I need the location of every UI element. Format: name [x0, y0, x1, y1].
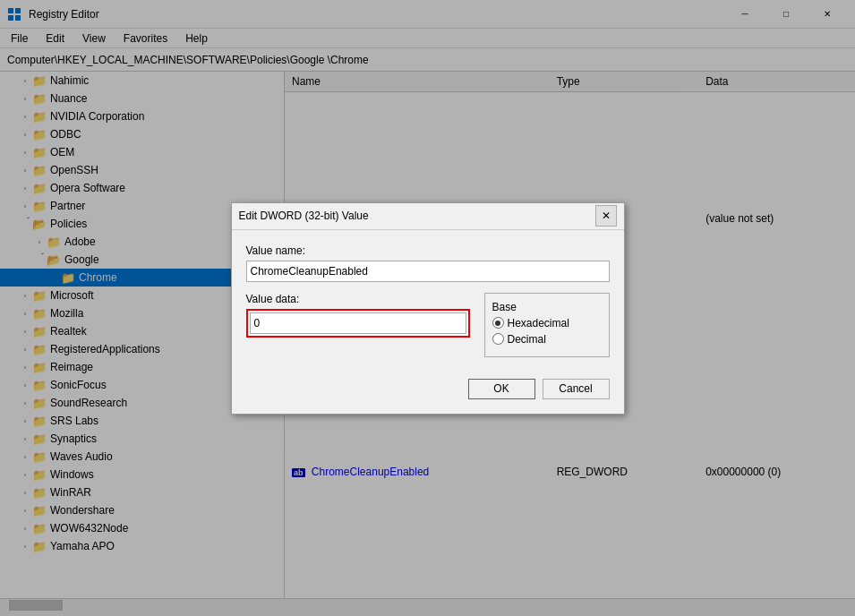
dialog-body: Value name: Value data: Base Hexadecimal [232, 230, 624, 372]
radio-decimal[interactable]: Decimal [492, 333, 602, 346]
dialog-right: Base Hexadecimal Decimal [484, 293, 610, 357]
dialog-left: Value data: [246, 293, 470, 357]
cancel-button[interactable]: Cancel [543, 379, 610, 399]
dialog-title: Edit DWORD (32-bit) Value [239, 210, 369, 222]
edit-dword-dialog: Edit DWORD (32-bit) Value ✕ Value name: … [231, 202, 625, 415]
radio-dec-btn[interactable] [492, 333, 504, 345]
dialog-row: Value data: Base Hexadecimal [246, 293, 610, 357]
dialog-footer: OK Cancel [232, 372, 624, 414]
dialog-title-bar: Edit DWORD (32-bit) Value ✕ [232, 203, 624, 230]
value-data-label: Value data: [246, 293, 470, 305]
value-name-input[interactable] [246, 261, 610, 282]
ok-button[interactable]: OK [468, 379, 535, 399]
base-group: Base Hexadecimal Decimal [484, 293, 610, 357]
value-name-label: Value name: [246, 244, 610, 257]
modal-overlay: Edit DWORD (32-bit) Value ✕ Value name: … [0, 0, 855, 616]
radio-hexadecimal[interactable]: Hexadecimal [492, 317, 602, 329]
value-data-input[interactable] [250, 312, 466, 334]
radio-dec-label: Decimal [508, 333, 546, 346]
base-label: Base [492, 301, 602, 313]
value-data-box [246, 309, 470, 338]
radio-hex-btn[interactable] [492, 317, 504, 329]
radio-hex-label: Hexadecimal [508, 317, 569, 329]
dialog-close-button[interactable]: ✕ [595, 205, 617, 227]
